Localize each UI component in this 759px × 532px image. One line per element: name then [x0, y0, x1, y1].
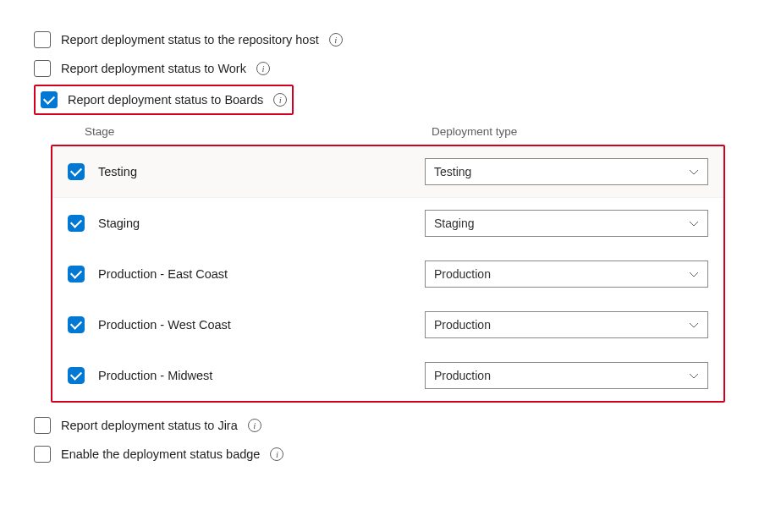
option-label: Report deployment status to Boards — [68, 93, 263, 107]
stage-name: Production - East Coast — [98, 267, 411, 281]
deployment-type-dropdown[interactable]: Production — [425, 362, 708, 389]
option-label: Report deployment status to the reposito… — [61, 33, 319, 47]
dropdown-value: Production — [434, 267, 491, 281]
checkbox-boards[interactable] — [41, 91, 58, 108]
dropdown-value: Testing — [434, 165, 471, 178]
stage-panel: Stage Deployment type Testing Testing St… — [51, 125, 725, 403]
chevron-down-icon — [689, 370, 699, 381]
chevron-down-icon — [689, 167, 699, 177]
deployment-type-dropdown[interactable]: Production — [425, 261, 708, 288]
info-icon[interactable]: i — [256, 62, 270, 75]
deployment-type-dropdown[interactable]: Staging — [425, 210, 708, 237]
checkbox-stage[interactable] — [68, 266, 85, 282]
chevron-down-icon — [689, 269, 699, 279]
dropdown-value: Production — [434, 318, 491, 332]
option-badge: Enable the deployment status badge i — [34, 440, 725, 469]
deployment-type-dropdown[interactable]: Testing — [425, 158, 708, 185]
info-icon[interactable]: i — [329, 33, 343, 47]
info-icon[interactable]: i — [248, 419, 261, 432]
option-label: Report deployment status to Work — [61, 62, 246, 75]
option-label: Enable the deployment status badge — [61, 447, 260, 461]
option-label: Report deployment status to Jira — [61, 419, 238, 432]
info-icon[interactable]: i — [273, 93, 287, 107]
checkbox-badge[interactable] — [34, 446, 51, 463]
stage-row: Production - Midwest Production — [52, 350, 723, 401]
highlight-boards: Report deployment status to Boards i — [34, 85, 294, 115]
chevron-down-icon — [689, 320, 699, 330]
stage-row: Staging Staging — [52, 198, 723, 249]
header-stage: Stage — [85, 125, 432, 138]
option-repo-host: Report deployment status to the reposito… — [34, 25, 725, 54]
stage-name: Production - West Coast — [98, 318, 411, 332]
option-boards: Report deployment status to Boards i — [41, 90, 287, 110]
option-work: Report deployment status to Work i — [34, 54, 725, 83]
stage-name: Staging — [98, 217, 411, 230]
stage-row: Testing Testing — [52, 146, 723, 198]
chevron-down-icon — [689, 218, 699, 228]
dropdown-value: Production — [434, 369, 491, 382]
option-jira: Report deployment status to Jira i — [34, 411, 725, 440]
checkbox-stage[interactable] — [68, 215, 85, 232]
stage-row: Production - West Coast Production — [52, 299, 723, 350]
stage-row: Production - East Coast Production — [52, 249, 723, 299]
header-type: Deployment type — [432, 125, 725, 138]
checkbox-stage[interactable] — [68, 367, 85, 384]
highlight-stage-table: Testing Testing Staging Staging Producti… — [51, 145, 725, 403]
stage-name: Production - Midwest — [98, 369, 411, 382]
checkbox-repo-host[interactable] — [34, 31, 51, 48]
checkbox-jira[interactable] — [34, 417, 51, 434]
checkbox-stage[interactable] — [68, 163, 85, 180]
stage-header: Stage Deployment type — [51, 125, 725, 145]
dropdown-value: Staging — [434, 217, 474, 230]
deployment-type-dropdown[interactable]: Production — [425, 311, 708, 338]
info-icon[interactable]: i — [270, 447, 283, 461]
stage-name: Testing — [98, 165, 411, 178]
checkbox-work[interactable] — [34, 60, 51, 77]
checkbox-stage[interactable] — [68, 316, 85, 333]
